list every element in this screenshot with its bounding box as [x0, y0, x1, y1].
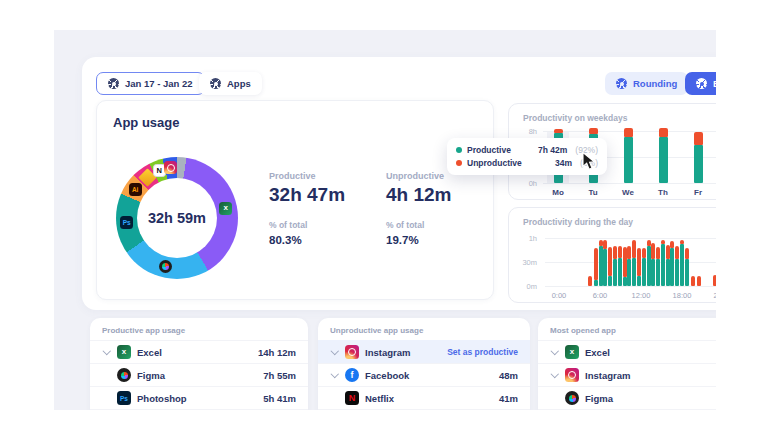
export-button[interactable]: Export: [685, 72, 716, 95]
hour-bar[interactable]: [642, 208, 646, 286]
rounding-button[interactable]: Rounding: [605, 72, 688, 95]
weekdays-chart-title: Productivity on weekdays: [523, 113, 627, 123]
time-label: 0:00: [552, 291, 567, 300]
productive-segment: [651, 259, 655, 286]
hour-bar[interactable]: [670, 208, 674, 286]
unproductive-segment: [694, 132, 703, 146]
rounding-label: Rounding: [633, 78, 677, 89]
table-row-photoshop[interactable]: Photoshop5h 41m: [90, 386, 308, 409]
chevron-down-icon[interactable]: [550, 350, 559, 354]
date-range-button[interactable]: Jan 17 - Jan 22: [96, 72, 205, 95]
productive-segment: [632, 258, 636, 286]
hour-bar[interactable]: [680, 208, 684, 286]
productive-segment: [659, 137, 668, 183]
table-row-facebook[interactable]: Facebook48m: [318, 363, 530, 386]
hour-bar[interactable]: [691, 208, 695, 286]
table-row-facebook[interactable]: Facebook: [538, 409, 716, 410]
app-time-value: 41m: [499, 393, 518, 404]
table-row-whatsapp[interactable]: Whatsapp39m: [318, 409, 530, 410]
productive-segment: [613, 259, 617, 286]
weekday-label-fr: Fr: [694, 188, 702, 197]
excel-icon: [117, 345, 131, 359]
unproductive-segment: [661, 240, 665, 245]
weekday-bar-th[interactable]: [659, 104, 668, 183]
app-name: Excel: [585, 347, 610, 358]
chevron-down-icon[interactable]: [330, 350, 339, 354]
time-label: 24:00: [714, 291, 716, 300]
unproductive-segment: [588, 276, 592, 286]
hour-bar[interactable]: [697, 208, 701, 286]
unproductive-segment: [691, 276, 695, 286]
table-row-figma[interactable]: Figma: [538, 386, 716, 409]
hour-bar[interactable]: [608, 208, 612, 286]
table-title: Most opened app: [538, 318, 716, 340]
hour-bar[interactable]: [599, 208, 603, 286]
table-row-illustrator[interactable]: Illustrator4h 59m: [90, 409, 308, 410]
y-axis-tick: 0h: [517, 179, 537, 188]
unproductive-segment: [594, 248, 598, 280]
table-row-netflix[interactable]: Netflix41m: [318, 386, 530, 409]
productive-segment: [637, 276, 641, 286]
hour-bar[interactable]: [632, 208, 636, 286]
y-axis-tick: 0m: [517, 282, 537, 291]
unproductive-segment: [554, 129, 563, 133]
table-row-excel[interactable]: Excel14h 12m: [90, 340, 308, 363]
weekday-label-we: We: [622, 188, 634, 197]
hour-bar[interactable]: [637, 208, 641, 286]
hour-bar[interactable]: [618, 208, 622, 286]
hour-bar[interactable]: [666, 208, 670, 286]
figma-icon: [159, 260, 172, 273]
table-row-instagram[interactable]: Instagram: [538, 363, 716, 386]
productive-segment: [656, 259, 660, 286]
hour-bar[interactable]: [661, 208, 665, 286]
most-opened-app-table: Most opened appExcelInstagramFigmaFacebo…: [538, 318, 716, 410]
hour-bar[interactable]: [675, 208, 679, 286]
hour-bar[interactable]: [623, 208, 627, 286]
productive-segment: [599, 246, 603, 286]
app-usage-donut-chart[interactable]: 32h 59m: [116, 157, 238, 279]
hour-bar[interactable]: [713, 208, 716, 286]
hour-bar[interactable]: [656, 208, 660, 286]
unproductive-segment: [608, 247, 612, 277]
set-as-productive-link[interactable]: Set as productive: [447, 347, 518, 357]
table-row-figma[interactable]: Figma7h 55m: [90, 363, 308, 386]
time-label: 6:00: [593, 291, 608, 300]
unproductive-segment: [675, 246, 679, 259]
hour-bar[interactable]: [588, 208, 592, 286]
hour-bar[interactable]: [647, 208, 651, 286]
productive-label: Productive: [269, 171, 345, 181]
weekday-bar-fr[interactable]: [694, 104, 703, 183]
productive-segment: [608, 276, 612, 286]
instagram-icon: [345, 345, 359, 359]
weekday-label-th: Th: [658, 188, 668, 197]
chevron-down-icon[interactable]: [330, 373, 339, 377]
instagram-icon: [164, 161, 177, 174]
productive-app-usage-table: Productive app usageExcel14h 12mFigma7h …: [90, 318, 308, 410]
hour-bar[interactable]: [613, 208, 617, 286]
mouse-cursor: [582, 152, 597, 176]
apps-label: Apps: [227, 78, 251, 89]
app-name: Instagram: [365, 347, 410, 358]
table-title: Productive app usage: [90, 318, 308, 340]
y-axis-tick: 1h: [517, 234, 537, 243]
hour-bar[interactable]: [627, 208, 631, 286]
apps-icon: [210, 78, 221, 89]
hour-bar[interactable]: [594, 208, 598, 286]
weekday-bar-we[interactable]: [624, 104, 633, 183]
table-row-instagram[interactable]: InstagramSet as productive: [318, 340, 530, 363]
tooltip-row-productive: Productive 7h 42m (92%): [456, 144, 598, 157]
unproductive-segment: [659, 128, 668, 136]
app-name: Netflix: [365, 393, 394, 404]
chevron-down-icon[interactable]: [550, 373, 559, 377]
app-name: Figma: [585, 393, 613, 404]
chevron-down-icon[interactable]: [102, 350, 111, 354]
unproductive-segment: [613, 246, 617, 259]
hour-bar[interactable]: [651, 208, 655, 286]
hour-bar[interactable]: [603, 208, 607, 286]
excel-icon: [219, 202, 232, 215]
productive-segment: [680, 244, 684, 286]
hour-bar[interactable]: [685, 208, 689, 286]
productive-segment: [627, 259, 631, 286]
apps-button[interactable]: Apps: [199, 72, 262, 95]
table-row-excel[interactable]: Excel: [538, 340, 716, 363]
